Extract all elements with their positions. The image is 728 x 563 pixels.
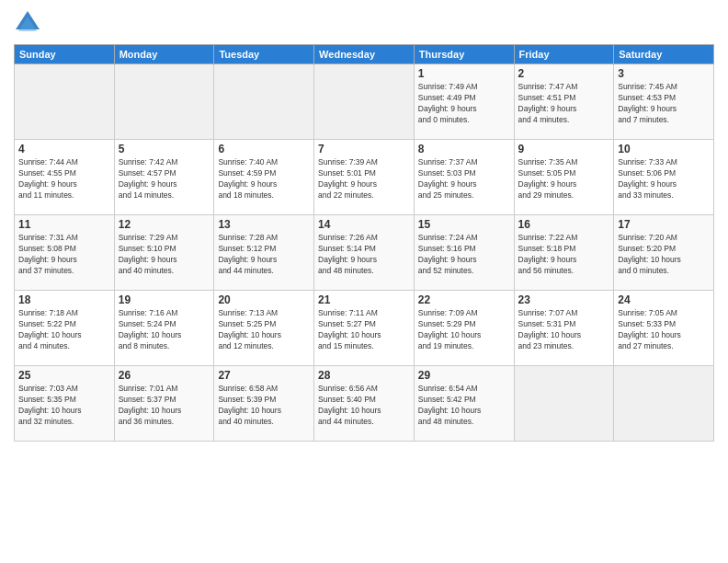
day-info: Sunrise: 7:37 AMSunset: 5:03 PMDaylight:… [418,157,510,201]
col-wednesday: Wednesday [314,45,415,64]
calendar-cell: 1Sunrise: 7:49 AMSunset: 4:49 PMDaylight… [414,64,514,140]
day-info: Sunrise: 7:47 AMSunset: 4:51 PMDaylight:… [518,82,610,126]
col-saturday: Saturday [614,45,714,64]
col-tuesday: Tuesday [214,45,314,64]
day-info: Sunrise: 6:58 AMSunset: 5:39 PMDaylight:… [218,384,310,428]
day-number: 11 [18,218,110,231]
calendar-cell: 22Sunrise: 7:09 AMSunset: 5:29 PMDayligh… [414,291,514,366]
calendar-cell: 3Sunrise: 7:45 AMSunset: 4:53 PMDaylight… [614,64,714,140]
calendar-cell [214,64,314,140]
header [14,9,714,37]
day-info: Sunrise: 7:01 AMSunset: 5:37 PMDaylight:… [119,384,210,428]
day-number: 1 [418,67,510,80]
day-number: 9 [518,143,610,155]
day-info: Sunrise: 6:56 AMSunset: 5:40 PMDaylight:… [318,384,410,428]
calendar-header: Sunday Monday Tuesday Wednesday Thursday… [15,45,714,64]
day-number: 22 [418,293,510,306]
day-info: Sunrise: 7:31 AMSunset: 5:08 PMDaylight:… [18,233,110,277]
day-number: 23 [518,293,610,306]
day-info: Sunrise: 7:05 AMSunset: 5:33 PMDaylight:… [618,308,710,352]
calendar-cell: 13Sunrise: 7:28 AMSunset: 5:12 PMDayligh… [214,215,314,291]
calendar-cell: 6Sunrise: 7:40 AMSunset: 4:59 PMDaylight… [214,140,314,215]
day-number: 18 [18,293,110,306]
day-info: Sunrise: 7:29 AMSunset: 5:10 PMDaylight:… [119,233,210,277]
day-info: Sunrise: 7:49 AMSunset: 4:49 PMDaylight:… [418,82,510,126]
day-info: Sunrise: 7:18 AMSunset: 5:22 PMDaylight:… [18,308,110,352]
day-info: Sunrise: 7:35 AMSunset: 5:05 PMDaylight:… [518,157,610,201]
calendar-week-2: 4Sunrise: 7:44 AMSunset: 4:55 PMDaylight… [15,140,714,215]
day-number: 17 [618,218,710,231]
day-info: Sunrise: 7:39 AMSunset: 5:01 PMDaylight:… [318,157,410,201]
col-monday: Monday [114,45,214,64]
logo [14,9,43,37]
calendar-cell: 26Sunrise: 7:01 AMSunset: 5:37 PMDayligh… [114,366,214,442]
calendar-cell: 10Sunrise: 7:33 AMSunset: 5:06 PMDayligh… [614,140,714,215]
calendar-body: 1Sunrise: 7:49 AMSunset: 4:49 PMDaylight… [15,64,714,442]
day-number: 13 [218,218,310,231]
day-info: Sunrise: 7:20 AMSunset: 5:20 PMDaylight:… [618,233,710,277]
day-info: Sunrise: 7:42 AMSunset: 4:57 PMDaylight:… [119,157,210,201]
calendar-cell: 12Sunrise: 7:29 AMSunset: 5:10 PMDayligh… [114,215,214,291]
calendar-cell [114,64,214,140]
calendar-cell: 23Sunrise: 7:07 AMSunset: 5:31 PMDayligh… [514,291,614,366]
day-info: Sunrise: 7:22 AMSunset: 5:18 PMDaylight:… [518,233,610,277]
calendar-cell: 20Sunrise: 7:13 AMSunset: 5:25 PMDayligh… [214,291,314,366]
day-info: Sunrise: 7:13 AMSunset: 5:25 PMDaylight:… [218,308,310,352]
day-info: Sunrise: 7:45 AMSunset: 4:53 PMDaylight:… [618,82,710,126]
calendar-cell: 18Sunrise: 7:18 AMSunset: 5:22 PMDayligh… [15,291,115,366]
day-number: 28 [318,369,410,382]
calendar-week-4: 18Sunrise: 7:18 AMSunset: 5:22 PMDayligh… [15,291,714,366]
day-number: 3 [618,67,710,80]
col-sunday: Sunday [15,45,115,64]
day-info: Sunrise: 7:03 AMSunset: 5:35 PMDaylight:… [18,384,110,428]
day-number: 24 [618,293,710,306]
calendar-week-1: 1Sunrise: 7:49 AMSunset: 4:49 PMDaylight… [15,64,714,140]
day-number: 5 [119,143,210,155]
page: Sunday Monday Tuesday Wednesday Thursday… [0,0,728,563]
calendar-cell [15,64,115,140]
col-friday: Friday [514,45,614,64]
day-info: Sunrise: 7:26 AMSunset: 5:14 PMDaylight:… [318,233,410,277]
day-number: 21 [318,293,410,306]
calendar-cell: 25Sunrise: 7:03 AMSunset: 5:35 PMDayligh… [15,366,115,442]
day-info: Sunrise: 7:40 AMSunset: 4:59 PMDaylight:… [218,157,310,201]
calendar-cell [614,366,714,442]
calendar-cell: 14Sunrise: 7:26 AMSunset: 5:14 PMDayligh… [314,215,415,291]
day-number: 2 [518,67,610,80]
day-number: 6 [218,143,310,155]
calendar-cell: 4Sunrise: 7:44 AMSunset: 4:55 PMDaylight… [15,140,115,215]
calendar-week-3: 11Sunrise: 7:31 AMSunset: 5:08 PMDayligh… [15,215,714,291]
calendar-cell: 28Sunrise: 6:56 AMSunset: 5:40 PMDayligh… [314,366,415,442]
calendar-cell: 29Sunrise: 6:54 AMSunset: 5:42 PMDayligh… [414,366,514,442]
calendar-week-5: 25Sunrise: 7:03 AMSunset: 5:35 PMDayligh… [15,366,714,442]
calendar-cell [514,366,614,442]
day-info: Sunrise: 7:33 AMSunset: 5:06 PMDaylight:… [618,157,710,201]
day-info: Sunrise: 7:11 AMSunset: 5:27 PMDaylight:… [318,308,410,352]
day-info: Sunrise: 7:28 AMSunset: 5:12 PMDaylight:… [218,233,310,277]
day-number: 12 [119,218,210,231]
day-number: 7 [318,143,410,155]
calendar-cell: 16Sunrise: 7:22 AMSunset: 5:18 PMDayligh… [514,215,614,291]
calendar-cell: 2Sunrise: 7:47 AMSunset: 4:51 PMDaylight… [514,64,614,140]
day-number: 15 [418,218,510,231]
day-info: Sunrise: 7:09 AMSunset: 5:29 PMDaylight:… [418,308,510,352]
day-number: 14 [318,218,410,231]
calendar-cell: 19Sunrise: 7:16 AMSunset: 5:24 PMDayligh… [114,291,214,366]
day-info: Sunrise: 7:07 AMSunset: 5:31 PMDaylight:… [518,308,610,352]
day-number: 25 [18,369,110,382]
day-info: Sunrise: 7:24 AMSunset: 5:16 PMDaylight:… [418,233,510,277]
day-number: 10 [618,143,710,155]
day-number: 27 [218,369,310,382]
day-number: 19 [119,293,210,306]
day-info: Sunrise: 6:54 AMSunset: 5:42 PMDaylight:… [418,384,510,428]
day-info: Sunrise: 7:16 AMSunset: 5:24 PMDaylight:… [119,308,210,352]
calendar-cell: 8Sunrise: 7:37 AMSunset: 5:03 PMDaylight… [414,140,514,215]
logo-icon [14,9,41,37]
calendar-cell [314,64,415,140]
day-number: 4 [18,143,110,155]
day-info: Sunrise: 7:44 AMSunset: 4:55 PMDaylight:… [18,157,110,201]
calendar-cell: 15Sunrise: 7:24 AMSunset: 5:16 PMDayligh… [414,215,514,291]
calendar-cell: 17Sunrise: 7:20 AMSunset: 5:20 PMDayligh… [614,215,714,291]
calendar-cell: 11Sunrise: 7:31 AMSunset: 5:08 PMDayligh… [15,215,115,291]
header-row: Sunday Monday Tuesday Wednesday Thursday… [15,45,714,64]
